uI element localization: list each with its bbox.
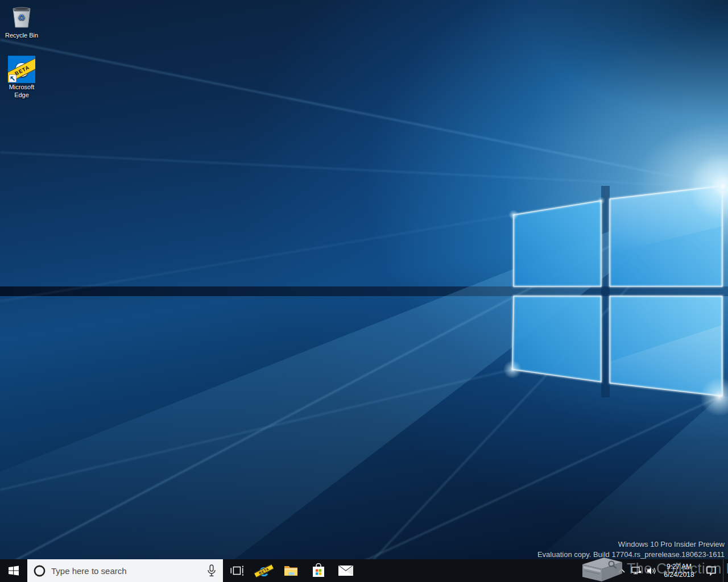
mail-icon	[338, 565, 354, 576]
search-input[interactable]	[51, 566, 204, 576]
windows-start-icon	[9, 566, 19, 576]
task-view-icon	[229, 564, 244, 577]
desktop-wallpaper	[0, 0, 728, 582]
action-center-button[interactable]	[699, 559, 723, 582]
desktop-icon-recycle-bin[interactable]: ♻ Recycle Bin	[0, 3, 43, 39]
edge-beta-taskbar-button[interactable]: e BETA	[250, 559, 278, 582]
microsoft-store-icon	[312, 563, 325, 578]
network-tray-button[interactable]	[628, 559, 644, 582]
desktop-icon-microsoft-edge[interactable]: e BETA Microsoft Edge	[0, 56, 43, 99]
file-explorer-icon	[284, 564, 299, 577]
edge-label-line2: Edge	[0, 91, 43, 99]
chevron-up-icon	[618, 568, 625, 573]
microphone-icon[interactable]	[207, 564, 216, 577]
mail-button[interactable]	[332, 559, 359, 582]
edge-label-line1: Microsoft	[0, 83, 43, 91]
cortana-icon	[34, 565, 46, 577]
tray-time: 9:27 AM	[667, 563, 692, 571]
clock-tray-button[interactable]: 9:27 AM 6/24/2018	[659, 559, 699, 582]
edge-beta-taskbar-icon: e BETA	[256, 563, 272, 579]
edge-beta-icon: e BETA	[8, 56, 35, 83]
show-hidden-icons-button[interactable]	[615, 559, 628, 582]
volume-tray-button[interactable]	[644, 559, 659, 582]
file-explorer-button[interactable]	[278, 559, 305, 582]
start-button[interactable]	[0, 559, 27, 582]
speaker-icon	[647, 567, 656, 575]
recycle-bin-label: Recycle Bin	[0, 31, 43, 39]
taskbar-empty-area	[359, 559, 615, 582]
system-tray: 9:27 AM 6/24/2018	[615, 559, 728, 582]
show-desktop-button[interactable]	[723, 559, 728, 582]
shortcut-arrow-icon	[9, 74, 16, 82]
recycle-bin-icon: ♻	[9, 3, 35, 31]
tray-date: 6/24/2018	[664, 571, 694, 579]
network-ethernet-icon	[631, 566, 642, 575]
microsoft-store-button[interactable]	[305, 559, 332, 582]
svg-text:♻: ♻	[18, 13, 25, 23]
taskbar: e BETA	[0, 559, 728, 582]
action-center-icon	[706, 566, 717, 576]
task-view-button[interactable]	[223, 559, 250, 582]
taskbar-search-box[interactable]	[27, 559, 223, 582]
